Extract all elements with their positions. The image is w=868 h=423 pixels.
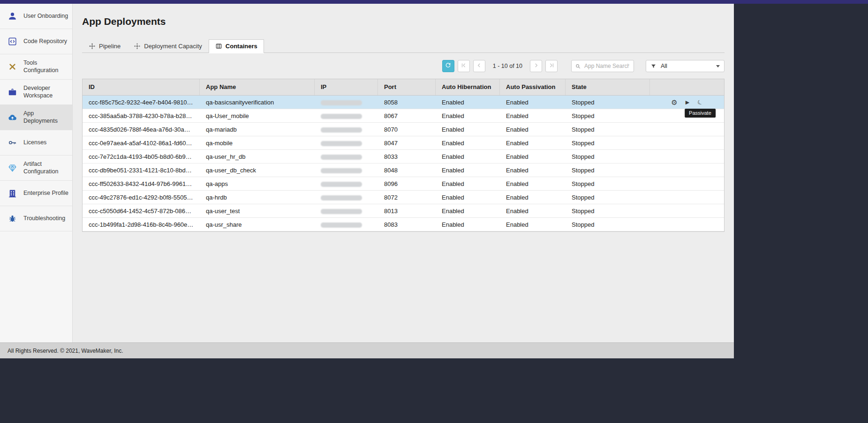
redacted-ip-value xyxy=(321,100,362,105)
sidebar: User OnboardingCode RepositoryTools Conf… xyxy=(0,4,73,342)
table-row[interactable]: ccc-c5050d64-1452-4c57-872b-086322…qa-us… xyxy=(83,204,724,218)
cell-port: 8067 xyxy=(378,109,436,123)
sidebar-item-user-onboarding[interactable]: User Onboarding xyxy=(0,4,72,29)
cell-auto-passivation: Enabled xyxy=(500,191,566,204)
cell-port: 8013 xyxy=(378,204,436,218)
cell-auto-passivation: Enabled xyxy=(500,177,566,191)
sidebar-item-app-deployments[interactable]: App Deployments xyxy=(0,105,72,130)
app-window: User OnboardingCode RepositoryTools Conf… xyxy=(0,4,734,358)
tab-deployment-capacity[interactable]: Deployment Capacity xyxy=(127,39,209,53)
cell-auto-hibernation: Enabled xyxy=(436,204,500,218)
sidebar-item-label: Troubleshooting xyxy=(23,215,65,223)
redacted-ip-value xyxy=(321,195,362,200)
cell-auto-hibernation: Enabled xyxy=(436,109,500,123)
passivate-glyph: ☾ xyxy=(696,98,704,106)
sidebar-item-label: User Onboarding xyxy=(23,13,68,20)
cell-id: ccc-49c27876-ed1c-4292-b0f8-550588… xyxy=(83,191,200,204)
sidebar-item-enterprise-profile[interactable]: Enterprise Profile xyxy=(0,181,72,206)
cell-auto-hibernation: Enabled xyxy=(436,136,500,150)
pipeline-icon xyxy=(89,43,96,50)
filter-icon xyxy=(650,63,657,69)
passivate-tooltip: Passivate xyxy=(685,109,716,118)
sidebar-item-tools-configuration[interactable]: Tools Configuration xyxy=(0,54,72,80)
toolbar: 1 - 10 of 10 All xyxy=(82,59,725,73)
cell-auto-passivation: Enabled xyxy=(500,204,566,218)
cell-app-name: qa-hrdb xyxy=(200,191,315,204)
cell-auto-passivation: Enabled xyxy=(500,136,566,150)
cell-app-name: qa-basicsanityverification xyxy=(200,96,315,109)
table-row[interactable]: ccc-0e97aea4-a5af-4102-86a1-fd60e16…qa-m… xyxy=(83,136,724,150)
last-page-button[interactable] xyxy=(545,60,558,72)
table-row[interactable]: ccc-385aa5ab-3788-4230-b78a-b2841c…qa-Us… xyxy=(83,109,724,123)
tab-label: Deployment Capacity xyxy=(144,43,202,50)
filter-selected-value: All xyxy=(661,63,667,69)
redacted-ip-value xyxy=(321,223,362,228)
capacity-icon xyxy=(134,43,141,50)
cell-auto-hibernation: Enabled xyxy=(436,123,500,136)
prev-page-button[interactable] xyxy=(473,60,485,72)
play-icon[interactable]: ▶ xyxy=(686,100,689,105)
tab-containers[interactable]: Containers xyxy=(209,39,264,53)
passivate-icon[interactable]: ☾Passivate xyxy=(697,99,703,105)
column-header-id: ID xyxy=(83,79,200,95)
sidebar-item-code-repository[interactable]: Code Repository xyxy=(0,29,72,54)
table-row[interactable]: ccc-4835d026-788f-46ea-a76d-30aac3…qa-ma… xyxy=(83,123,724,136)
page-title: App Deployments xyxy=(82,16,725,27)
tab-bar: PipelineDeployment CapacityContainers xyxy=(82,39,725,53)
column-header-ip: IP xyxy=(315,79,378,95)
cell-state: Stopped xyxy=(566,109,650,123)
cell-state: Stopped xyxy=(566,136,650,150)
tab-label: Containers xyxy=(226,43,257,50)
cell-app-name: qa-usr_share xyxy=(200,218,315,231)
cell-state: Stopped xyxy=(566,204,650,218)
sidebar-item-label: Artifact Configuration xyxy=(23,161,68,175)
table-row[interactable]: ccc-ff502633-8432-41d4-97b6-996156…qa-ap… xyxy=(83,177,724,191)
tab-pipeline[interactable]: Pipeline xyxy=(82,39,127,53)
cell-id: ccc-1b499fa1-2d98-416b-8c4b-960e68… xyxy=(83,218,200,231)
refresh-button[interactable] xyxy=(442,60,454,72)
cell-port: 8070 xyxy=(378,123,436,136)
cell-auto-passivation: Enabled xyxy=(500,163,566,177)
cell-ip xyxy=(315,109,378,123)
cell-app-name: qa-apps xyxy=(200,177,315,191)
sidebar-item-label: Tools Configuration xyxy=(23,59,68,74)
table-row[interactable]: ccc-7e72c1da-4193-4b05-b8d0-6b9c54…qa-us… xyxy=(83,150,724,163)
cell-auto-passivation: Enabled xyxy=(500,150,566,163)
next-page-button[interactable] xyxy=(530,60,542,72)
cell-auto-passivation: Enabled xyxy=(500,96,566,109)
copyright-text: All Rights Reserved. © 2021, WaveMaker, … xyxy=(8,348,123,354)
key-icon xyxy=(7,137,18,148)
cell-actions xyxy=(650,163,724,177)
app-body: User OnboardingCode RepositoryTools Conf… xyxy=(0,4,734,342)
cell-ip xyxy=(315,204,378,218)
cell-id: ccc-db9be051-2331-4121-8c10-8bd277… xyxy=(83,163,200,177)
cell-app-name: qa-User_mobile xyxy=(200,109,315,123)
cell-app-name: qa-mobile xyxy=(200,136,315,150)
table-row[interactable]: ccc-db9be051-2331-4121-8c10-8bd277…qa-us… xyxy=(83,163,724,177)
building-icon xyxy=(7,188,18,199)
table-row[interactable]: ccc-49c27876-ed1c-4292-b0f8-550588…qa-hr… xyxy=(83,191,724,204)
cell-auto-hibernation: Enabled xyxy=(436,96,500,109)
cell-state: Stopped xyxy=(566,123,650,136)
first-page-button[interactable] xyxy=(458,60,470,72)
filter-dropdown[interactable]: All xyxy=(646,60,725,72)
cell-actions xyxy=(650,218,724,231)
cell-auto-hibernation: Enabled xyxy=(436,177,500,191)
table-header-row: IDApp NameIPPortAuto HibernationAuto Pas… xyxy=(83,79,724,96)
table-row[interactable]: ccc-f85c75c2-9232-4ee7-b404-9810a8…qa-ba… xyxy=(83,96,724,109)
sidebar-item-artifact-configuration[interactable]: Artifact Configuration xyxy=(0,156,72,181)
workspace-icon xyxy=(7,87,18,98)
settings-icon[interactable]: ⚙ xyxy=(671,99,677,106)
cell-id: ccc-c5050d64-1452-4c57-872b-086322… xyxy=(83,204,200,218)
sidebar-item-licenses[interactable]: Licenses xyxy=(0,130,72,156)
cell-ip xyxy=(315,177,378,191)
tools-icon xyxy=(7,61,18,73)
search-input[interactable] xyxy=(583,62,630,70)
cell-actions xyxy=(650,123,724,136)
search-icon xyxy=(575,63,581,69)
cell-auto-hibernation: Enabled xyxy=(436,191,500,204)
sidebar-item-troubleshooting[interactable]: Troubleshooting xyxy=(0,206,72,231)
sidebar-item-developer-workspace[interactable]: Developer Workspace xyxy=(0,80,72,105)
table-row[interactable]: ccc-1b499fa1-2d98-416b-8c4b-960e68…qa-us… xyxy=(83,218,724,231)
cell-actions xyxy=(650,150,724,163)
